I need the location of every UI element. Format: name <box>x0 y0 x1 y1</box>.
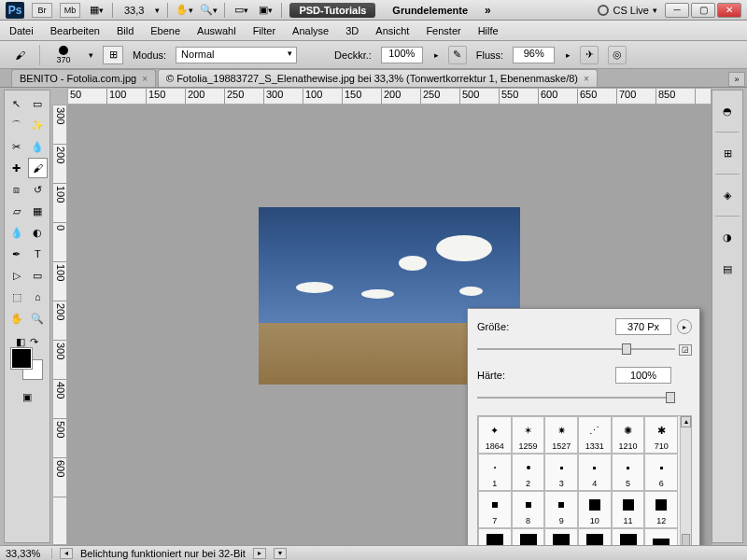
menu-auswahl[interactable]: Auswahl <box>197 25 236 36</box>
brush-preset[interactable]: 3 <box>544 454 578 491</box>
brush-panel-toggle[interactable]: ⊞ <box>103 46 123 64</box>
bridge-button[interactable]: Br <box>32 3 52 18</box>
flow-input[interactable]: 96% <box>513 47 555 63</box>
heal-tool[interactable]: ✚ <box>7 158 27 178</box>
swap-colors-icon[interactable]: ↷ <box>28 335 41 348</box>
brush-preset[interactable]: 4 <box>578 454 612 491</box>
layers-panel-icon[interactable]: ◈ <box>716 184 739 206</box>
menu-bearbeiten[interactable]: Bearbeiten <box>50 25 100 36</box>
eyedropper-tool[interactable]: 💧 <box>28 136 49 157</box>
brush-preset[interactable]: 12 <box>644 491 678 528</box>
screen-mode-icon[interactable]: ▣▾ <box>257 2 274 19</box>
menu-bild[interactable]: Bild <box>117 25 134 36</box>
color-panel-icon[interactable]: ◓ <box>716 100 739 122</box>
menu-hilfe[interactable]: Hilfe <box>478 25 499 36</box>
workspace-other-button[interactable]: Grundelemente <box>383 3 477 18</box>
lasso-tool[interactable]: ⌒ <box>7 115 27 135</box>
brush-preset[interactable]: 1 <box>478 454 512 491</box>
default-colors-icon[interactable]: ◧ <box>14 335 27 348</box>
layout-grid-icon[interactable]: ▦▾ <box>88 2 105 19</box>
foreground-color[interactable] <box>11 348 32 369</box>
brush-preset[interactable]: ✦1864 <box>478 416 512 454</box>
brush-preset[interactable]: ✷1527 <box>544 416 578 454</box>
3d-camera-tool[interactable]: ⌂ <box>28 287 49 307</box>
hand-tool[interactable]: ✋ <box>7 308 27 329</box>
photoshop-logo-icon[interactable]: Ps <box>6 2 24 19</box>
brush-size-input[interactable]: 370 Px <box>615 318 671 335</box>
brush-size-slider[interactable]: ◲ <box>477 343 692 357</box>
brush-preset[interactable]: 9 <box>544 491 578 528</box>
new-preset-icon[interactable]: ◲ <box>679 344 692 356</box>
brush-preset[interactable]: 8 <box>512 491 545 528</box>
brush-hardness-slider[interactable] <box>477 391 692 406</box>
arrange-docs-icon[interactable]: ▭▾ <box>233 2 249 19</box>
type-tool[interactable]: T <box>28 244 49 264</box>
slider-thumb[interactable] <box>666 392 675 403</box>
stamp-tool[interactable]: ⧇ <box>7 179 27 200</box>
marquee-tool[interactable]: ▭ <box>28 93 49 114</box>
document-tab[interactable]: BENITO - Fotolia.com.jpg× <box>11 69 156 87</box>
brush-preset[interactable]: ✶1259 <box>512 416 545 454</box>
opacity-chevron-icon[interactable]: ▸ <box>434 50 439 60</box>
zoom-display[interactable]: 33,3 <box>120 5 148 16</box>
brush-preset[interactable]: 6 <box>644 454 678 491</box>
workspace-active-button[interactable]: PSD-Tutorials <box>289 3 375 18</box>
close-button[interactable]: ✕ <box>717 3 741 18</box>
zoom-chevron-icon[interactable]: ▾ <box>155 6 160 15</box>
status-menu-icon[interactable]: ▾ <box>274 548 287 559</box>
minimize-button[interactable]: ─ <box>665 3 689 18</box>
brush-hardness-input[interactable]: 100% <box>615 367 671 384</box>
zoom-tool[interactable]: 🔍 <box>28 308 49 329</box>
dodge-tool[interactable]: ◐ <box>28 222 49 243</box>
move-tool[interactable]: ↖ <box>7 93 27 114</box>
airbrush-icon[interactable]: ✈ <box>580 46 599 64</box>
brush-preset[interactable]: 7 <box>478 491 512 528</box>
document-tab-active[interactable]: © Fotolia_19883727_S_Elenathewise.jpg be… <box>158 69 598 87</box>
menu-datei[interactable]: Datei <box>9 25 34 36</box>
crop-tool[interactable]: ✂ <box>7 136 27 157</box>
history-brush-tool[interactable]: ↺ <box>28 179 49 200</box>
blur-tool[interactable]: 💧 <box>7 222 27 243</box>
brush-preset[interactable]: ⋰1331 <box>578 416 612 454</box>
zoom-tool-icon[interactable]: 🔍▾ <box>200 2 217 19</box>
brush-preset[interactable]: 5 <box>612 454 645 491</box>
cs-live-button[interactable]: CS Live▾ <box>598 5 657 16</box>
opacity-pressure-icon[interactable]: ✎ <box>448 46 467 64</box>
minibridge-button[interactable]: Mb <box>60 3 80 18</box>
brush-chevron-icon[interactable]: ▾ <box>89 50 93 60</box>
active-tool-icon[interactable]: 🖌 <box>9 45 30 65</box>
quick-mask-icon[interactable]: ▣ <box>17 386 37 407</box>
brush-popup-menu-icon[interactable]: ▸ <box>677 319 692 334</box>
brush-preset[interactable]: 10 <box>578 491 612 528</box>
eraser-tool[interactable]: ▱ <box>7 201 27 221</box>
brush-preset[interactable]: 2 <box>512 454 545 491</box>
tab-close-icon[interactable]: × <box>142 74 148 84</box>
menu-fenster[interactable]: Fenster <box>426 25 460 36</box>
3d-tool[interactable]: ⬚ <box>7 287 27 307</box>
pen-tool[interactable]: ✒ <box>7 244 27 264</box>
hand-tool-icon[interactable]: ✋▾ <box>176 2 192 19</box>
brush-preview-button[interactable]: 370 <box>49 46 78 64</box>
menu-ebene[interactable]: Ebene <box>150 25 180 36</box>
status-next-icon[interactable]: ▸ <box>253 548 266 559</box>
preset-scrollbar[interactable]: ▴ ▾ <box>680 416 691 560</box>
scroll-up-icon[interactable]: ▴ <box>681 416 691 427</box>
slider-thumb[interactable] <box>622 343 631 355</box>
mode-dropdown[interactable]: Normal <box>176 47 297 63</box>
menu-3d[interactable]: 3D <box>345 25 359 36</box>
menu-filter[interactable]: Filter <box>253 25 275 36</box>
gradient-tool[interactable]: ▦ <box>28 201 49 221</box>
status-zoom[interactable]: 33,33% <box>6 548 52 559</box>
quick-select-tool[interactable]: ✨ <box>28 115 49 135</box>
opacity-input[interactable]: 100% <box>381 47 423 63</box>
brush-tool[interactable]: 🖌 <box>28 158 49 178</box>
ruler-vertical[interactable]: 3002001000100200300400500600 <box>52 105 67 545</box>
masks-panel-icon[interactable]: ▤ <box>716 258 739 280</box>
brush-preset[interactable]: 11 <box>612 491 645 528</box>
menu-analyse[interactable]: Analyse <box>292 25 329 36</box>
tab-close-icon[interactable]: × <box>584 74 589 84</box>
adjustments-panel-icon[interactable]: ◑ <box>716 226 739 248</box>
tab-overflow-button[interactable]: » <box>728 72 745 87</box>
status-prev-icon[interactable]: ◂ <box>60 548 73 559</box>
path-select-tool[interactable]: ▷ <box>7 265 27 286</box>
